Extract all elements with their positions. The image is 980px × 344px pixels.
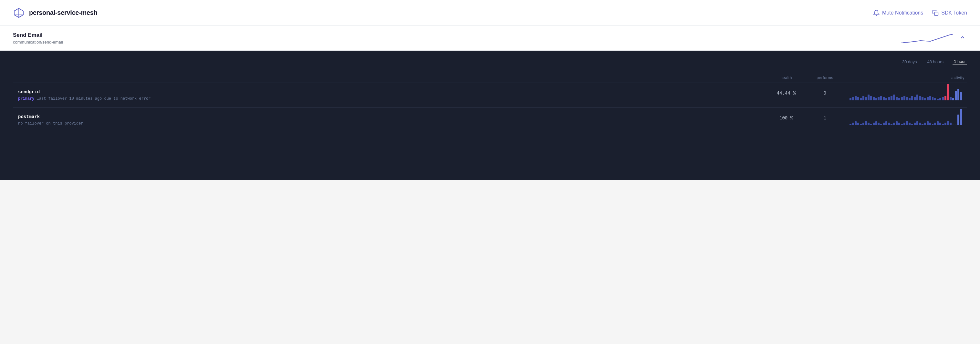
activity-bar — [891, 124, 892, 125]
col-activity: activity — [844, 73, 967, 83]
activity-bar — [942, 124, 944, 125]
health-value: 44.44 % — [772, 89, 800, 96]
activity-bar — [893, 123, 895, 125]
activity-bar — [927, 121, 929, 125]
sparkline-chart — [901, 32, 953, 44]
health-postmark: 100 % — [767, 108, 806, 133]
activity-bar — [914, 123, 916, 125]
activity-bar — [908, 123, 910, 125]
activity-bar — [883, 123, 885, 125]
activity-chart-postmark — [850, 109, 962, 125]
activity-bar — [945, 96, 947, 100]
time-filter-48hours[interactable]: 48 hours — [926, 59, 945, 65]
activity-bar — [891, 96, 892, 100]
table-row: postmark no failover on this provider 10… — [13, 108, 967, 133]
col-performs: performs — [806, 73, 844, 83]
activity-bar — [893, 95, 895, 100]
sub-header-right — [901, 32, 967, 44]
sub-header: Send Email communication/send-email — [0, 26, 980, 51]
activity-bar — [852, 97, 854, 100]
activity-bar — [916, 95, 918, 100]
activity-bar — [855, 121, 857, 125]
time-filter-bar: 30 days 48 hours 1 hour — [13, 59, 967, 65]
activity-bar — [950, 123, 951, 125]
health-sendgrid: 44.44 % — [767, 83, 806, 108]
sdk-token-button[interactable]: SDK Token — [932, 10, 967, 16]
activity-bar — [906, 97, 908, 100]
activity-bar — [939, 123, 941, 125]
providers-table: health performs activity sendgrid primar… — [13, 73, 967, 132]
activity-bar — [932, 97, 934, 100]
svg-rect-0 — [935, 12, 938, 16]
activity-bar — [868, 95, 870, 100]
activity-bar — [885, 121, 887, 125]
activity-bar — [942, 97, 944, 100]
bell-icon — [873, 10, 880, 16]
activity-bar — [873, 97, 875, 100]
activity-bar — [883, 97, 885, 100]
activity-bar — [878, 97, 880, 100]
activity-bar — [888, 123, 890, 125]
activity-bar — [947, 121, 949, 125]
health-value: 100 % — [772, 114, 800, 121]
activity-bar — [921, 97, 923, 100]
activity-sendgrid — [844, 83, 967, 108]
activity-bar — [860, 124, 862, 125]
time-filter-1hour[interactable]: 1 hour — [953, 59, 967, 65]
activity-bar — [901, 97, 903, 100]
provider-name: sendgrid — [18, 89, 762, 95]
status-badge: primary — [18, 97, 34, 101]
activity-bar — [921, 124, 923, 125]
activity-bar — [862, 123, 864, 125]
activity-bar — [937, 99, 939, 100]
copy-icon — [932, 10, 939, 16]
activity-bar — [952, 98, 954, 100]
activity-bar — [932, 124, 934, 125]
provider-info-postmark: postmark no failover on this provider — [13, 108, 767, 133]
activity-bar — [904, 123, 905, 125]
activity-bar — [850, 124, 851, 125]
activity-bar — [934, 98, 936, 100]
activity-bar — [888, 97, 890, 100]
activity-bar — [914, 97, 916, 100]
activity-bar — [911, 96, 913, 100]
activity-bar — [878, 123, 880, 125]
activity-bar — [911, 124, 913, 125]
app-header: personal-service-mesh Mute Notifications… — [0, 0, 980, 26]
activity-bar — [865, 121, 867, 125]
mute-notifications-button[interactable]: Mute Notifications — [873, 10, 923, 16]
activity-bar — [960, 92, 962, 100]
activity-bar — [901, 124, 903, 125]
activity-bar — [937, 121, 939, 125]
main-panel: 30 days 48 hours 1 hour health performs … — [0, 51, 980, 180]
activity-bar — [934, 123, 936, 125]
time-filter-30days[interactable]: 30 days — [901, 59, 918, 65]
chevron-up-icon — [959, 34, 966, 41]
provider-status: primary last failover 10 minutes ago due… — [18, 97, 762, 101]
activity-bar — [850, 98, 851, 100]
activity-bar — [904, 96, 905, 100]
service-path: communication/send-email — [13, 40, 63, 44]
activity-bar — [955, 91, 957, 100]
activity-bar — [919, 96, 921, 100]
activity-bar — [929, 123, 931, 125]
activity-bar — [927, 97, 929, 100]
activity-bar — [860, 98, 862, 100]
activity-bar — [960, 109, 962, 125]
activity-bar — [855, 96, 857, 100]
provider-status: no failover on this provider — [18, 121, 762, 126]
performs-value: 1 — [811, 114, 839, 121]
activity-bar — [924, 98, 926, 100]
activity-bar — [870, 96, 872, 100]
activity-bar — [873, 123, 875, 125]
performs-value: 9 — [811, 89, 839, 96]
activity-bar — [958, 89, 959, 100]
activity-bar — [898, 123, 900, 125]
activity-bar — [857, 97, 859, 100]
collapse-button[interactable] — [958, 33, 967, 44]
activity-bar — [916, 121, 918, 125]
mute-notifications-label: Mute Notifications — [882, 10, 923, 16]
app-title: personal-service-mesh — [29, 9, 97, 16]
header-left: personal-service-mesh — [13, 7, 97, 19]
activity-bar — [862, 96, 864, 100]
